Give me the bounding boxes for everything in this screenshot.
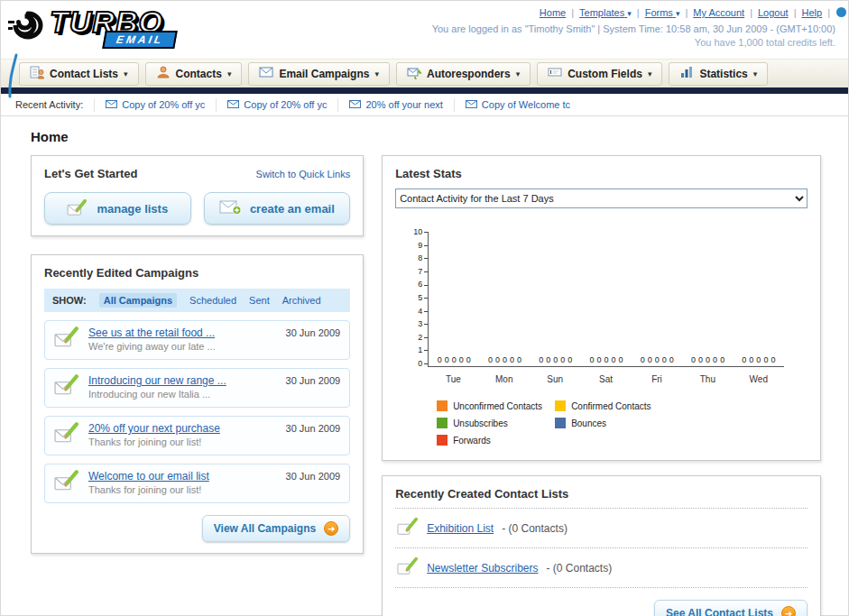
bar-value-label: 0 [641,356,645,364]
recent-activity-item[interactable]: Copy of Welcome tc [454,98,581,112]
legend-label: Forwards [453,436,491,446]
view-all-campaigns-button[interactable]: View All Campaigns ➜ [202,515,350,542]
campaign-title-link[interactable]: 20% off your next purchase [88,422,220,435]
credits-info: You have 1,000 total credits left. [432,36,835,50]
stats-period-select[interactable]: Contact Activity for the Last 7 Days [395,188,807,208]
top-link-help[interactable]: Help [802,7,823,18]
campaign-date: 30 Jun 2009 [286,422,341,449]
campaign-edit-icon [54,470,79,497]
x-axis-label: Sun [530,374,580,384]
logo-tail-decoration [7,53,20,102]
top-link-home[interactable]: Home [540,7,566,18]
x-axis-label: Sat [580,374,631,384]
chart-plot-groups: 00000000000000000000000000000000000 [428,232,784,367]
get-started-title: Let's Get Started [44,167,138,180]
bar-value-label: 0 [597,356,602,364]
stats-chart: 109876543210 000000000000000000000000000… [401,232,784,446]
y-axis-label: 2 [418,334,428,341]
campaign-title-link[interactable]: Introducing our new range ... [88,374,226,387]
tab-label: Email Campaigns [279,68,369,80]
see-all-contact-lists-button[interactable]: See All Contact Lists ➜ [654,600,807,616]
top-link-templates[interactable]: Templates ▾ [579,7,632,18]
legend-item: Bounces [555,418,673,428]
main-nav: Contact Lists ▾ Contacts ▾ Email Campaig… [1,59,848,87]
bar-value-label: 0 [742,356,746,364]
filter-archived[interactable]: Archived [282,295,321,306]
legend-item: Forwards [437,435,555,446]
bar-value-label: 0 [503,356,507,364]
custom-fields-icon [548,65,562,82]
contacts-icon [156,65,171,82]
tab-statistics[interactable]: Statistics ▾ [669,62,768,86]
campaign-edit-icon [54,374,79,401]
chevron-down-icon: ▾ [676,7,680,21]
chart-x-axis: TueMonSunSatFriThuWed [428,374,784,384]
bar-value-label: 0 [445,356,449,364]
chevron-down-icon: ▾ [124,69,128,78]
contact-list-detail: - (0 Contacts) [547,562,613,575]
contact-list-link[interactable]: Exhibition List [427,522,494,535]
header-right: HomeTemplates ▾Forms ▾My AccountLogoutHe… [432,6,835,50]
stats-title: Latest Stats [395,167,807,180]
bar-value-label: 0 [706,356,710,364]
main-content: Home Let's Get Started Switch to Quick L… [1,116,848,616]
arrow-circle-icon: ➜ [781,606,796,616]
top-link-logout[interactable]: Logout [758,7,789,18]
filter-sent[interactable]: Sent [249,295,270,306]
campaign-title-link[interactable]: Welcome to our email list [88,470,209,483]
campaign-subtitle: We're giving away our late ... [88,341,216,352]
app-window: TURBO EMAIL HomeTemplates ▾Forms ▾My Acc… [0,0,849,616]
tab-label: Autoresponders [427,68,511,80]
tab-autoresponders[interactable]: Autoresponders ▾ [396,62,531,86]
chevron-down-icon: ▾ [516,69,521,78]
stats-panel: Latest Stats Contact Activity for the La… [382,155,821,461]
tab-custom-fields[interactable]: Custom Fields ▾ [537,62,662,86]
bar-value-label: 0 [763,356,768,364]
manage-lists-button[interactable]: manage lists [44,192,191,225]
tab-contacts[interactable]: Contacts ▾ [145,62,243,86]
show-label: SHOW: [52,295,87,306]
recent-activity-item[interactable]: 20% off your next [337,98,453,112]
chevron-down-icon: ▾ [374,69,379,78]
bar-group: 00000 [429,356,479,366]
top-link-my-account[interactable]: My Account [693,7,744,18]
legend-label: Bounces [571,418,606,428]
y-axis-label: 0 [418,360,428,367]
switch-quick-links-link[interactable]: Switch to Quick Links [256,169,351,179]
bar-value-label: 0 [604,356,609,364]
campaigns-filter-bar: SHOW: All Campaigns Scheduled Sent Archi… [44,289,350,312]
contact-list-link[interactable]: Newsletter Subscribers [427,562,538,575]
bar-value-label: 0 [756,356,761,364]
bar-value-label: 0 [655,356,660,364]
tab-contact-lists[interactable]: Contact Lists ▾ [19,62,139,86]
bar-value-label: 0 [539,356,543,364]
bar-value-label: 0 [452,356,457,364]
legend-item: Unconfirmed Contacts [437,400,555,411]
session-info: You are logged in as "Timothy Smith" | S… [432,23,835,36]
create-email-button[interactable]: create an email [204,192,351,225]
notification-dot-icon [836,7,846,17]
recent-activity-item[interactable]: Copy of 20% off yc [94,98,216,112]
tab-email-campaigns[interactable]: Email Campaigns ▾ [248,62,390,86]
x-axis-label: Fri [632,374,682,384]
recent-activity-item[interactable]: Copy of 20% off yc [216,98,337,112]
envelope-icon [349,99,361,110]
envelope-icon [466,99,477,110]
bar-value-label: 0 [560,356,565,364]
legend-swatch [555,418,566,428]
app-logo[interactable]: TURBO EMAIL [8,5,176,50]
filter-all-campaigns[interactable]: All Campaigns [99,293,177,308]
get-started-panel: Let's Get Started Switch to Quick Links … [31,155,364,236]
chart-y-axis: 109876543210 [401,228,428,367]
top-link-forms[interactable]: Forms ▾ [645,7,680,18]
legend-label: Confirmed Contacts [571,401,651,411]
bar-value-label: 0 [771,356,775,364]
page-title: Home [31,129,821,144]
x-axis-label: Mon [479,374,530,384]
x-axis-label: Tue [428,374,478,384]
legend-item: Unsubscribes [437,418,555,428]
campaign-row: Introducing our new range ... Introducin… [44,368,350,408]
tab-label: Contact Lists [50,68,118,80]
campaign-title-link[interactable]: See us at the retail food ... [88,326,216,339]
filter-scheduled[interactable]: Scheduled [189,295,236,306]
